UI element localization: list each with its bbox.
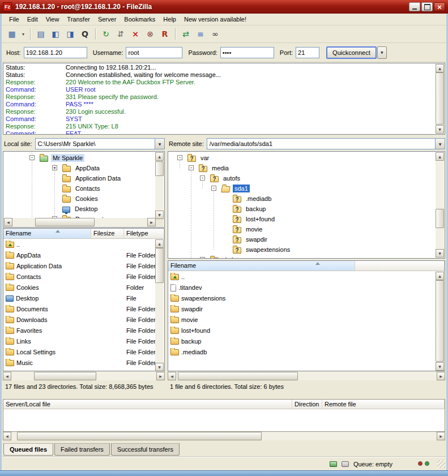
scroll-right-icon[interactable] bbox=[147, 218, 156, 226]
tree-item-sda1[interactable]: sda1 bbox=[168, 183, 445, 194]
port-input[interactable] bbox=[296, 47, 319, 58]
tab-successful[interactable]: Successful transfers bbox=[111, 443, 180, 456]
scroll-down-icon[interactable] bbox=[436, 249, 444, 258]
tree-item-lost-found[interactable]: lost+found bbox=[168, 214, 445, 224]
synchronized-browsing-button[interactable]: ≡ bbox=[194, 27, 207, 41]
file-row-updir[interactable]: .. bbox=[3, 239, 164, 250]
horizontal-scrollbar[interactable] bbox=[3, 372, 165, 380]
menu-item-help[interactable]: Help bbox=[159, 14, 180, 24]
menu-item-server[interactable]: Server bbox=[94, 14, 120, 24]
site-manager-dropdown-button[interactable]: ▾ bbox=[20, 27, 27, 41]
scroll-right-icon[interactable] bbox=[437, 372, 445, 380]
scroll-thumb[interactable] bbox=[436, 72, 444, 125]
collapse-icon[interactable] bbox=[211, 186, 216, 191]
menu-item-bookmarks[interactable]: Bookmarks bbox=[120, 14, 159, 24]
tree-item-backup[interactable]: backup bbox=[168, 204, 445, 214]
vertical-scrollbar[interactable] bbox=[436, 152, 444, 258]
speed-limits-icon[interactable] bbox=[342, 461, 349, 467]
file-row-contacts[interactable]: ContactsFile Folder bbox=[3, 271, 164, 282]
vertical-scrollbar[interactable] bbox=[155, 239, 164, 371]
tree-item-application-data[interactable]: Application Data bbox=[3, 173, 164, 183]
directory-comparison-button[interactable]: ⇄ bbox=[179, 27, 193, 41]
tree-item-dvd[interactable]: dvd bbox=[168, 255, 445, 259]
column-header-filename[interactable]: Filename bbox=[168, 261, 355, 271]
scroll-up-icon[interactable] bbox=[436, 272, 444, 280]
column-header-direction[interactable]: Direction bbox=[292, 400, 322, 409]
scroll-up-icon[interactable] bbox=[436, 64, 444, 72]
vertical-scrollbar[interactable] bbox=[436, 272, 444, 371]
expand-icon[interactable] bbox=[200, 257, 205, 259]
remote-site-combo[interactable]: /var/media/autofs/sda1 bbox=[207, 138, 445, 149]
scroll-up-icon[interactable] bbox=[436, 152, 444, 161]
file-row-lost-found[interactable]: lost+found bbox=[168, 325, 445, 336]
file-row-swapdir[interactable]: swapdir bbox=[168, 303, 445, 314]
scroll-down-icon[interactable] bbox=[436, 125, 444, 134]
reconnect-button[interactable]: R bbox=[158, 27, 172, 41]
menu-item-new-version[interactable]: New version available! bbox=[180, 14, 250, 24]
file-row-backup[interactable]: backup bbox=[168, 336, 445, 346]
local-site-combo[interactable]: C:\Users\Mr Sparkle\ bbox=[35, 138, 165, 149]
vertical-scrollbar[interactable] bbox=[436, 64, 444, 134]
file-row-titandev[interactable]: .titandev bbox=[168, 282, 445, 293]
menu-item-transfer[interactable]: Transfer bbox=[63, 14, 94, 24]
tree-item-movie[interactable]: movie bbox=[168, 224, 445, 234]
column-header-filename[interactable]: Filename bbox=[3, 229, 91, 238]
scroll-thumb[interactable] bbox=[436, 280, 444, 362]
scroll-right-icon[interactable] bbox=[156, 372, 165, 380]
username-input[interactable] bbox=[126, 47, 182, 58]
quickconnect-dropdown-button[interactable] bbox=[377, 46, 387, 59]
tree-item-var[interactable]: var bbox=[168, 153, 445, 163]
file-row-links[interactable]: LinksFile Folder bbox=[3, 336, 164, 346]
column-header-remote-file[interactable]: Remote file bbox=[322, 400, 445, 409]
dropdown-arrow-icon[interactable] bbox=[155, 139, 164, 149]
file-row-desktop[interactable]: DesktopFile bbox=[3, 293, 164, 303]
tree-item-autofs[interactable]: autofs bbox=[168, 173, 445, 183]
scroll-thumb[interactable] bbox=[155, 248, 164, 283]
collapse-icon[interactable] bbox=[200, 175, 205, 181]
toggle-queue-button[interactable]: Q bbox=[78, 27, 92, 41]
toggle-local-tree-button[interactable]: ◧ bbox=[49, 27, 62, 41]
file-row-movie[interactable]: movie bbox=[168, 314, 445, 325]
scroll-left-icon[interactable] bbox=[168, 372, 176, 380]
scroll-left-icon[interactable] bbox=[4, 218, 12, 226]
scroll-down-icon[interactable] bbox=[155, 211, 164, 219]
scroll-thumb[interactable] bbox=[35, 218, 95, 226]
expand-icon[interactable] bbox=[52, 165, 57, 170]
toggle-log-button[interactable]: ▤ bbox=[34, 27, 48, 41]
vertical-scrollbar[interactable] bbox=[155, 152, 164, 219]
menu-item-view[interactable]: View bbox=[42, 14, 63, 24]
menu-item-edit[interactable]: Edit bbox=[23, 14, 42, 24]
scroll-thumb[interactable] bbox=[436, 209, 444, 228]
collapse-icon[interactable] bbox=[29, 155, 35, 160]
site-manager-button[interactable]: ▦ bbox=[5, 27, 19, 41]
collapse-icon[interactable] bbox=[177, 155, 182, 160]
scroll-right-icon[interactable] bbox=[437, 432, 445, 440]
file-row-local-settings[interactable]: Local SettingsFile Folder bbox=[3, 346, 164, 357]
file-row-mediadb[interactable]: .mediadb bbox=[168, 346, 445, 357]
scroll-thumb[interactable] bbox=[155, 161, 164, 176]
column-header-server-local-file[interactable]: Server/Local file bbox=[3, 400, 292, 409]
server-status-icon[interactable] bbox=[330, 461, 337, 467]
file-row-appdata[interactable]: AppDataFile Folder bbox=[3, 250, 164, 260]
menu-item-file[interactable]: File bbox=[5, 14, 23, 24]
tab-queued[interactable]: Queued files bbox=[3, 443, 53, 456]
tree-item-media[interactable]: media bbox=[168, 163, 445, 173]
file-row-cookies[interactable]: CookiesFolder bbox=[3, 282, 164, 293]
tree-item-desktop[interactable]: Desktop bbox=[3, 204, 164, 214]
scroll-thumb[interactable] bbox=[17, 432, 262, 440]
column-header-filetype[interactable]: Filetype bbox=[124, 229, 164, 238]
file-row-downloads[interactable]: DownloadsFile Folder bbox=[3, 314, 164, 325]
scroll-up-icon[interactable] bbox=[155, 239, 164, 248]
scroll-down-icon[interactable] bbox=[436, 362, 444, 371]
titlebar[interactable]: Fz 192.168.1.20 - root@192.168.1.20 - Fi… bbox=[0, 0, 448, 14]
scroll-thumb[interactable] bbox=[34, 372, 96, 380]
horizontal-scrollbar[interactable] bbox=[4, 218, 156, 226]
horizontal-scrollbar[interactable] bbox=[168, 372, 445, 380]
file-row-favorites[interactable]: FavoritesFile Folder bbox=[3, 325, 164, 336]
minimize-button[interactable] bbox=[409, 2, 420, 11]
file-row-music[interactable]: MusicFile Folder bbox=[3, 357, 164, 368]
scroll-left-icon[interactable] bbox=[3, 432, 11, 440]
scroll-down-icon[interactable] bbox=[155, 363, 164, 371]
scroll-up-icon[interactable] bbox=[155, 152, 164, 161]
collapse-icon[interactable] bbox=[189, 165, 194, 170]
